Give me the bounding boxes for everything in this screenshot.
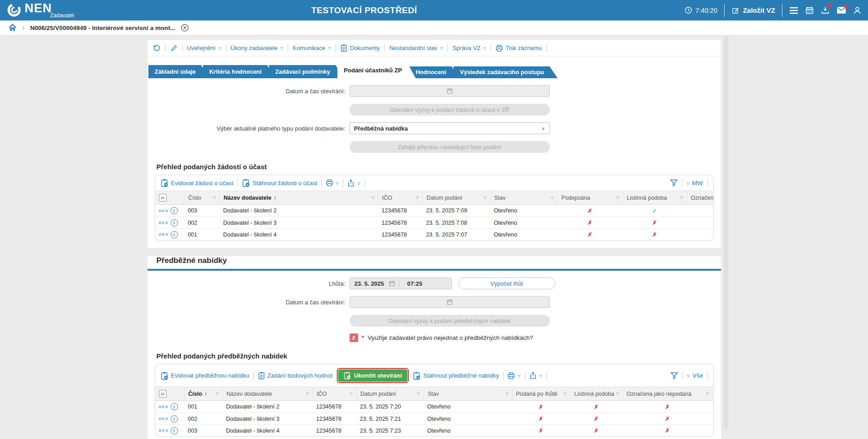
column-header-podana-po-lhute[interactable]: Podaná po lhůtě▽ — [512, 387, 570, 400]
view-selector[interactable]: ▽ Vše — [687, 372, 703, 379]
deadline-time-value[interactable]: 07:25 — [403, 280, 427, 287]
checkbox-no-icon[interactable]: ✗ — [350, 333, 358, 342]
calendar-button[interactable] — [805, 6, 814, 15]
column-header-cislo[interactable]: Číslo↑▽ — [184, 387, 223, 400]
evidovat-zadost-button[interactable]: Evidovat žádost o účast — [161, 179, 233, 187]
filter-button[interactable] — [670, 372, 678, 379]
table-row[interactable]: i003Dodavatel - školení 21234567823. 5. … — [155, 205, 713, 217]
tab-podani-ucastniku[interactable]: Podání účastníků ZP — [337, 63, 416, 78]
table-cell: Otevřeno — [424, 401, 512, 413]
menu-nestandardni-stav[interactable]: Nestandardní stav▽ — [389, 45, 443, 51]
table-row[interactable]: i002Dodavatel - školení 31234567823. 5. … — [155, 413, 713, 424]
calendar-icon — [805, 6, 814, 15]
marked-mark: ✗ — [623, 401, 713, 413]
print-grid-button[interactable]: ▽ — [326, 179, 339, 187]
tab-vysledek[interactable]: Výsledek zadávacího postupu — [453, 66, 558, 78]
column-header-ico[interactable]: IČO▽ — [313, 387, 356, 400]
menu-komunikace[interactable]: Komunikace▽ — [293, 45, 331, 51]
submission-type-select[interactable]: Předběžná nabídka ∨ — [350, 122, 550, 134]
filter-button[interactable] — [670, 179, 678, 187]
column-header-nazev[interactable]: Název dodavatele↑▽ — [219, 191, 378, 204]
filter-caret-icon: ▽ — [214, 392, 218, 396]
info-icon[interactable]: i — [171, 403, 178, 410]
table-row[interactable]: i003Dodavatel - školení 41234567823. 5. … — [155, 424, 713, 436]
info-icon[interactable]: i — [171, 427, 178, 434]
signed-mark: ✗ — [557, 205, 623, 217]
filter-caret-icon: ▽ — [704, 392, 709, 396]
menu-button[interactable] — [789, 7, 798, 14]
signed-mark: ✗ — [557, 229, 623, 240]
column-header-podepsana[interactable]: Podepsána▽ — [557, 191, 623, 204]
late-mark: ✗ — [512, 413, 570, 424]
view-selector[interactable]: ▽ MW — [686, 180, 703, 187]
messages-button[interactable] — [837, 6, 846, 14]
info-icon[interactable]: i — [171, 415, 178, 423]
menu-sprava-vz[interactable]: Správa VZ▽ — [452, 45, 486, 51]
ukoncit-otevirani-button[interactable]: Ukončit otevírání — [338, 369, 407, 382]
page-scrollbar[interactable] — [724, 35, 728, 429]
submission-type-label: Výběr aktuálně platného typu podání doda… — [147, 125, 350, 132]
row-actions-icon[interactable] — [159, 418, 168, 420]
column-header-oznacena[interactable]: Označena jako nepodaná▽ — [623, 387, 713, 400]
stahnout-zadosti-button[interactable]: Stáhnout žádosti o účast — [242, 179, 317, 187]
row-actions-icon[interactable] — [159, 222, 168, 224]
column-header-listinna[interactable]: Listinná podoba▽ — [570, 387, 623, 400]
inbox-button[interactable] — [821, 6, 830, 15]
grid-settings-icon[interactable]: ⇄ — [159, 194, 167, 202]
column-header-listinna[interactable]: Listinná podoba▽ — [623, 191, 687, 204]
close-tab-icon[interactable] — [181, 24, 189, 32]
tab-zadavaci-podminky[interactable]: Zadávací podmínky — [269, 65, 344, 78]
print-grid-button[interactable]: ▽ — [508, 372, 520, 379]
tab-hodnoceni[interactable]: Hodnocení — [409, 66, 460, 78]
brand-name: NEN — [25, 1, 52, 15]
calendar-icon[interactable] — [389, 280, 395, 287]
row-actions-icon[interactable] — [159, 406, 168, 408]
row-actions-icon[interactable] — [159, 210, 168, 212]
evidovat-nabidku-button[interactable]: Evidovat předběžnou nabídku — [161, 372, 249, 380]
negotiation-question-label: Využije zadavatel právo nejednat o předb… — [368, 334, 533, 341]
table-cell: Otevřeno — [424, 413, 512, 424]
refresh-button[interactable] — [153, 44, 161, 52]
app-logo[interactable]: NEN Zadavatel — [6, 2, 74, 18]
table-row[interactable]: i002Dodavatel - školení 31234567823. 5. … — [155, 217, 713, 228]
menu-uverejneni[interactable]: Uveřejnění▽ — [187, 45, 221, 51]
table-row[interactable]: i001Dodavatel - školení 41234567823. 5. … — [155, 228, 713, 240]
edit-record-button[interactable] — [170, 45, 178, 52]
menu-dokumenty[interactable]: Dokumenty — [340, 44, 380, 52]
chevron-down-icon: ▽ — [539, 374, 542, 378]
deadline-date-value[interactable]: 23. 5. 2025 — [350, 280, 389, 287]
column-header-datum[interactable]: Datum podání▽ — [356, 387, 424, 400]
column-header-stav[interactable]: Stav▽ — [490, 191, 558, 204]
column-header-nazev[interactable]: Název dodavatele▽ — [223, 387, 313, 400]
calc-deadlines-button[interactable]: Výpočet lhůt — [458, 278, 555, 289]
open-datetime-label: Datum a čas otevírání: — [147, 299, 350, 306]
column-header-stav[interactable]: Stav▽ — [424, 387, 512, 400]
tab-kriteria-hodnoceni[interactable]: Kritéria hodnocení — [203, 65, 275, 78]
table-row[interactable]: i001Dodavatel - školení 21234567823. 5. … — [155, 401, 713, 413]
view-selector-label: Vše — [692, 372, 703, 379]
info-icon[interactable]: i — [171, 219, 178, 227]
grid-settings-icon[interactable]: ⇄ — [159, 390, 167, 398]
row-actions-icon[interactable] — [159, 233, 168, 236]
export-grid-button[interactable]: ▽ — [347, 179, 360, 187]
zadani-bodovych-hodnot-button[interactable]: Zadání bodových hodnot — [258, 372, 333, 379]
home-icon[interactable] — [8, 24, 17, 32]
column-header-cislo[interactable]: Číslo▽ — [184, 191, 219, 204]
menu-tisk-zaznamu[interactable]: Tisk záznamu — [496, 45, 542, 52]
column-header-oznacena[interactable]: Označena jako nepodaná — [687, 191, 713, 204]
brand-subtitle: Zadavatel — [50, 13, 74, 18]
breadcrumb-item[interactable]: N006/25/V00004949 - Interiérové servisní… — [30, 25, 175, 31]
row-actions-icon[interactable] — [159, 429, 168, 432]
info-icon[interactable]: i — [171, 207, 178, 214]
menu-ukony-zadavatele[interactable]: Úkony zadavatele▽ — [231, 45, 284, 51]
user-button[interactable] — [853, 6, 862, 15]
create-vz-button[interactable]: Založit VZ — [731, 6, 775, 15]
deadline-datetime-input[interactable]: 23. 5. 2025 07:25 — [350, 278, 452, 289]
tab-zakladni-udaje[interactable]: Základní údaje — [148, 65, 209, 78]
column-header-ico[interactable]: IČO▽ — [378, 191, 422, 204]
chevron-down-icon: ▽ — [280, 46, 283, 50]
export-grid-button[interactable]: ▽ — [529, 372, 542, 379]
column-header-datum[interactable]: Datum podání▽ — [422, 191, 490, 204]
info-icon[interactable]: i — [171, 231, 178, 238]
stahnout-nabidky-button[interactable]: Stáhnout předběžné nabídky — [413, 372, 499, 380]
